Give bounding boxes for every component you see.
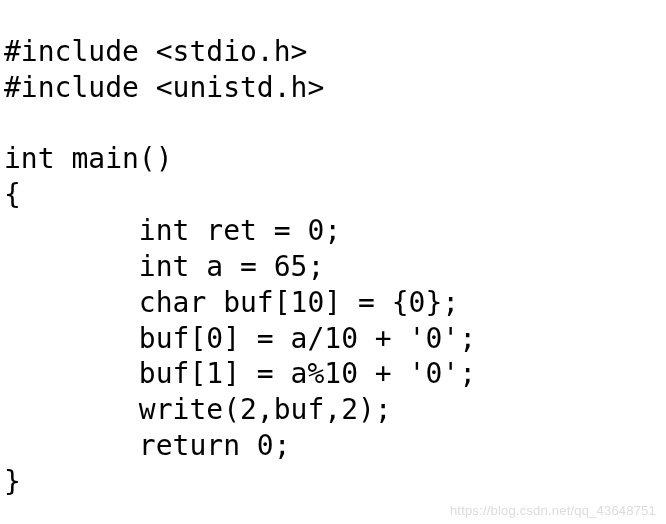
- watermark-text: https://blog.csdn.net/qq_43648751: [450, 503, 656, 518]
- code-snippet: #include <stdio.h> #include <unistd.h> i…: [0, 28, 666, 500]
